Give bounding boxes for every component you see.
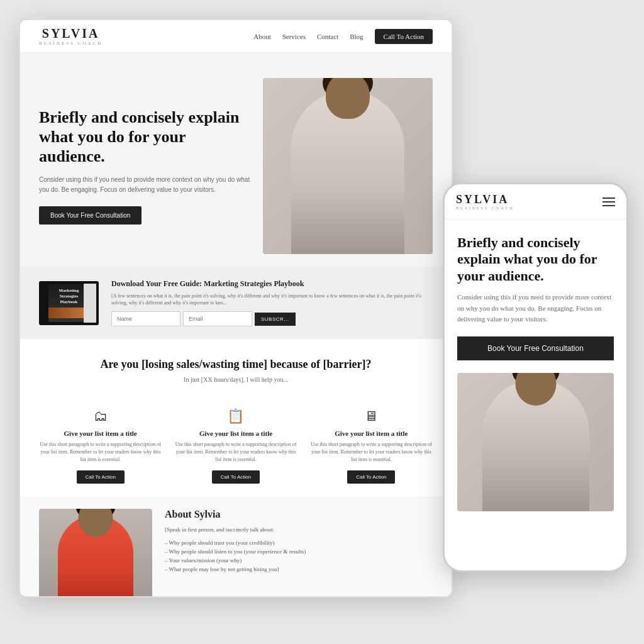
lead-subscribe-button[interactable]: SUBSCR... [255,313,296,326]
about-bullet-2: Why people should listen to you (your ex… [165,547,306,556]
feature-cta-2[interactable]: Call To Action [212,470,260,484]
mobile-hero-cta-button[interactable]: Book Your Free Consultation [457,336,614,360]
logo-tagline: BUSINESS COACH [39,41,103,46]
person-body [291,91,404,254]
pain-heading: Are you [losing sales/wasting time] beca… [39,358,433,371]
logo-name: SYLVIA [42,26,100,40]
mobile-nav: SYLVIA BUSINESS COACH [445,184,626,219]
nav-links: About Services Contact Blog Call To Acti… [253,29,433,44]
book-title: Marketing Strategies Playbook [59,288,79,305]
desktop-logo: SYLVIA BUSINESS COACH [39,26,103,46]
hamburger-line-3 [602,205,615,206]
lead-description: [A few sentences on what it is, the pain… [111,292,433,306]
person-head [326,78,370,119]
hamburger-line-1 [602,197,615,199]
hero-subtext: Consider using this if you need to provi… [39,175,250,195]
mobile-hero-subtext: Consider using this if you need to provi… [457,292,614,325]
mobile-logo: SYLVIA BUSINESS COACH [456,193,514,210]
hero-cta-button[interactable]: Book Your Free Consultation [39,206,142,225]
about-bullet-1: Why people should trust you (your credib… [165,538,306,547]
features-section: 🗂 Give your list item a title Use this s… [20,396,452,496]
about-bullet-4: What people may lose by not getting hiri… [165,565,306,574]
feature-title-1: Give your list item a title [39,430,162,437]
mobile-person-body [482,379,589,511]
desktop-nav: SYLVIA BUSINESS COACH About Services Con… [20,20,452,53]
about-person-body [58,515,133,597]
hero-person-bg [263,78,433,254]
about-person-head [79,509,113,537]
about-section: About Sylvia [Speak in first person, and… [20,496,452,597]
hamburger-line-2 [602,201,615,203]
feature-item-1: 🗂 Give your list item a title Use this s… [39,408,162,484]
feature-desc-2: Use this short paragraph to write a supp… [174,441,297,464]
feature-cta-3[interactable]: Call To Action [347,470,395,484]
lead-form: SUBSCR... [111,311,433,326]
feature-item-2: 📋 Give your list item a title Use this s… [174,408,297,484]
hamburger-menu[interactable] [602,197,615,206]
feature-desc-1: Use this short paragraph to write a supp… [39,441,162,464]
feature-item-3: 🖥 Give your list item a title Use this s… [310,408,433,484]
feature-desc-3: Use this short paragraph to write a supp… [310,441,433,464]
lead-magnet-section: Marketing Strategies Playbook Download Y… [20,267,452,339]
hero-section: Briefly and concisely explain what you d… [20,53,452,267]
about-heading: About Sylvia [165,509,306,520]
mobile-person-head [515,373,556,406]
about-text: About Sylvia [Speak in first person, and… [165,509,306,573]
lead-name-input[interactable] [111,311,180,326]
feature-icon-3: 🖥 [310,408,433,425]
feature-cta-1[interactable]: Call To Action [77,470,125,484]
book-cover: Marketing Strategies Playbook [39,281,99,325]
mobile-hero-image [457,373,614,511]
book-second-cover [84,284,96,323]
mobile-logo-name: SYLVIA [456,193,509,206]
hero-text: Briefly and concisely explain what you d… [39,108,263,225]
mobile-hero-heading: Briefly and concisely explain what you d… [457,235,614,284]
hero-image [263,78,433,254]
lead-heading: Download Your Free Guide: Marketing Stra… [111,279,433,289]
pain-point-section: Are you [losing sales/wasting time] beca… [20,339,452,396]
pain-subtext: In just [XX hours/days], I will help you… [39,376,433,383]
feature-title-3: Give your list item a title [310,430,433,437]
nav-cta-button[interactable]: Call To Action [375,29,433,44]
feature-title-2: Give your list item a title [174,430,297,437]
nav-contact[interactable]: Contact [317,33,338,40]
mobile-logo-tagline: BUSINESS COACH [456,206,514,210]
nav-services[interactable]: Services [282,33,306,40]
about-bullets: Why people should trust you (your credib… [165,538,306,574]
desktop-mockup: SYLVIA BUSINESS COACH About Services Con… [19,19,453,597]
mobile-hero: Briefly and concisely explain what you d… [445,219,626,521]
nav-about[interactable]: About [253,33,271,40]
mobile-mockup: SYLVIA BUSINESS COACH Briefly and concis… [443,182,628,572]
about-bullet-3: Your values/mission (your why) [165,556,306,565]
feature-icon-2: 📋 [174,408,297,425]
about-image [39,509,152,597]
hero-heading: Briefly and concisely explain what you d… [39,108,250,167]
lead-email-input[interactable] [183,311,252,326]
feature-icon-1: 🗂 [39,408,162,425]
lead-content: Download Your Free Guide: Marketing Stra… [111,279,433,326]
about-intro: [Speak in first person, and succinctly t… [165,525,306,534]
nav-blog[interactable]: Blog [350,33,363,40]
